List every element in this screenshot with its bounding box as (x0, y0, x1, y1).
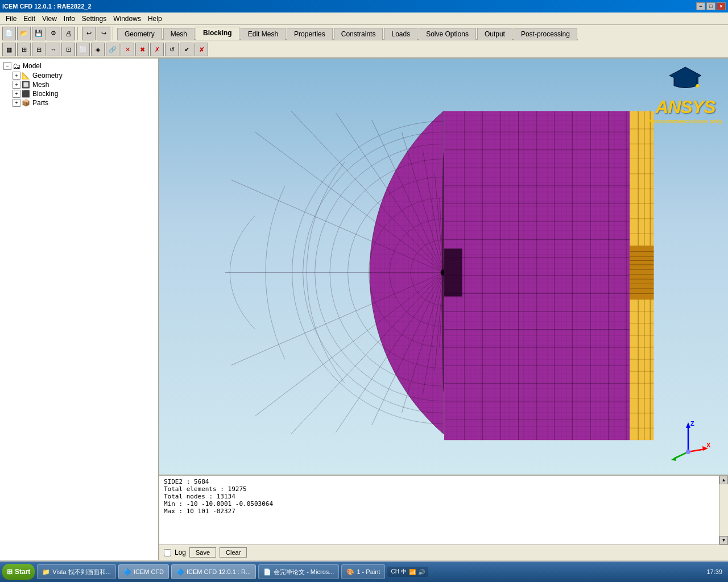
menu-edit[interactable]: Edit (20, 14, 39, 24)
svg-marker-90 (686, 422, 690, 428)
save-icon[interactable]: 💾 (32, 27, 46, 40)
tree-toggle-model[interactable]: − (3, 62, 11, 70)
taskbar-item-3[interactable]: 📄 会完毕论文 - Micros... (258, 564, 339, 579)
clock-time: 17:39 (706, 568, 722, 575)
tab-mesh[interactable]: Mesh (163, 28, 195, 40)
block-create-icon[interactable]: ▦ (2, 43, 16, 56)
axes-svg: Z X (665, 418, 711, 463)
taskbar-item-0[interactable]: 📁 Vista 找不到画面和... (37, 564, 115, 579)
new-file-icon[interactable]: 📄 (2, 27, 16, 40)
mesh-visualization (159, 59, 728, 475)
taskbar-item-1[interactable]: 🔷 ICEM CFD (118, 564, 169, 579)
menu-windows[interactable]: Windows (110, 14, 144, 24)
mesh-body (225, 111, 446, 434)
icon-toolbar-2: ▦ ⊞ ⊟ ↔ ⊡ ⬜ ◈ 🔗 ✕ ✖ ✗ ↺ ✔ ✘ (0, 41, 728, 58)
block-edge-icon[interactable]: ⊡ (61, 43, 75, 56)
sep2 (113, 27, 115, 40)
tree-toggle-blocking[interactable]: + (13, 90, 20, 98)
tree-label-geometry: Geometry (32, 72, 63, 80)
taskbar-label-3: 会完毕论文 - Micros... (274, 568, 334, 576)
svg-rect-49 (444, 248, 462, 296)
tab-output[interactable]: Output (477, 28, 512, 40)
tray-volume: 🔊 (418, 569, 425, 575)
maximize-button[interactable]: □ (706, 2, 715, 10)
tree-toggle-geometry[interactable]: + (13, 72, 20, 80)
tree-item-blocking[interactable]: + ⬛ Blocking (2, 89, 156, 98)
minimize-button[interactable]: − (696, 2, 705, 10)
clear-button[interactable]: Clear (220, 547, 247, 558)
tab-solve-options[interactable]: Solve Options (419, 28, 476, 40)
tabbar: Geometry Mesh Blocking Edit Mesh Propert… (117, 26, 578, 40)
coordinate-axes: Z X (665, 418, 711, 463)
block-delete2-icon[interactable]: ✖ (135, 43, 149, 56)
menu-help[interactable]: Help (144, 14, 166, 24)
tray-icons: CH 中 📶 🔊 (387, 567, 428, 577)
tree-toggle-parts[interactable]: + (13, 99, 20, 107)
settings-icon[interactable]: ⚙ (47, 27, 60, 40)
block-check-icon[interactable]: ✔ (180, 43, 193, 56)
block-face-icon[interactable]: ⬜ (76, 43, 90, 56)
taskbar-icon-4: 🎨 (346, 568, 354, 576)
ansys-hat-icon (668, 64, 702, 93)
block-split-icon[interactable]: ⊞ (17, 43, 31, 56)
svg-text:Z: Z (690, 420, 694, 427)
titlebar-title: ICEM CFD 12.0.1 : RAE2822_2 (2, 3, 92, 10)
structured-grid-right (444, 111, 630, 440)
scroll-up-button[interactable]: ▲ (719, 476, 728, 484)
save-button[interactable]: Save (189, 547, 216, 558)
tab-properties[interactable]: Properties (287, 28, 333, 40)
svg-point-88 (696, 84, 699, 88)
block-assoc-icon[interactable]: 🔗 (106, 43, 119, 56)
undo-icon[interactable]: ↩ (82, 27, 96, 40)
console-area: SIDE2 : 5684 Total elements : 19275 Tota… (159, 475, 728, 560)
block-vertex-icon[interactable]: ◈ (91, 43, 105, 56)
taskbar-label-1: ICEM CFD (134, 568, 164, 575)
print-icon[interactable]: 🖨 (61, 27, 75, 40)
block-x1-icon[interactable]: ✗ (150, 43, 164, 56)
tree-item-model[interactable]: − 🗂 Model (2, 61, 156, 71)
tab-loads[interactable]: Loads (384, 28, 417, 40)
tray-network: 📶 (409, 569, 416, 575)
tree-item-mesh[interactable]: + 🔲 Mesh (2, 80, 156, 89)
taskbar-item-4[interactable]: 🎨 1 - Paint (341, 564, 385, 579)
tab-geometry[interactable]: Geometry (117, 28, 162, 40)
tab-constraints[interactable]: Constraints (334, 28, 383, 40)
tree-toggle-mesh[interactable]: + (13, 81, 20, 89)
tab-blocking[interactable]: Blocking (196, 27, 239, 40)
tab-edit-mesh[interactable]: Edit Mesh (241, 28, 286, 40)
svg-line-92 (688, 449, 705, 452)
start-button[interactable]: ⊞ Start (2, 564, 35, 580)
menu-view[interactable]: View (39, 14, 60, 24)
scroll-down-button[interactable]: ▼ (719, 536, 728, 544)
tree-item-parts[interactable]: + 📦 Parts (2, 98, 156, 107)
block-delete-icon[interactable]: ✕ (121, 43, 134, 56)
taskbar-icon-0: 📁 (42, 568, 50, 576)
tray-lang: CH 中 (391, 568, 406, 576)
menu-settings[interactable]: Settings (78, 14, 110, 24)
tree-item-geometry[interactable]: + 📐 Geometry (2, 71, 156, 80)
tab-post-processing[interactable]: Post-processing (514, 28, 577, 40)
ansys-brand-text: ANSYS (648, 97, 722, 118)
open-icon[interactable]: 📂 (17, 27, 31, 40)
block-merge-icon[interactable]: ⊟ (32, 43, 46, 56)
taskbar-icon-3: 📄 (263, 568, 271, 576)
redo-icon[interactable]: ↪ (97, 27, 110, 40)
block-cancel-icon[interactable]: ✘ (195, 43, 208, 56)
taskbar: ⊞ Start 📁 Vista 找不到画面和... 🔷 ICEM CFD 🔷 I… (0, 562, 728, 582)
viewport-3d[interactable]: ANSYS Noncommercial use only Z X (159, 59, 728, 475)
block-move-icon[interactable]: ↔ (47, 43, 60, 56)
sidebar-panel: − 🗂 Model + 📐 Geometry + 🔲 Mesh + ⬛ Bloc… (0, 59, 159, 560)
menu-file[interactable]: File (2, 14, 20, 24)
ansys-logo: ANSYS Noncommercial use only (648, 64, 722, 124)
menu-info[interactable]: Info (60, 14, 78, 24)
console-output: SIDE2 : 5684 Total elements : 19275 Tota… (159, 476, 719, 544)
taskbar-label-0: Vista 找不到画面和... (52, 568, 110, 576)
block-restore-icon[interactable]: ↺ (165, 43, 179, 56)
log-checkbox[interactable] (164, 549, 171, 556)
svg-rect-75 (630, 246, 653, 300)
outlet-boundary (630, 111, 653, 440)
taskbar-item-2[interactable]: 🔷 ICEM CFD 12.0.1 : R... (171, 564, 256, 579)
svg-point-97 (686, 450, 690, 454)
close-button[interactable]: × (717, 2, 726, 10)
console-controls: Log Save Clear (159, 544, 728, 560)
